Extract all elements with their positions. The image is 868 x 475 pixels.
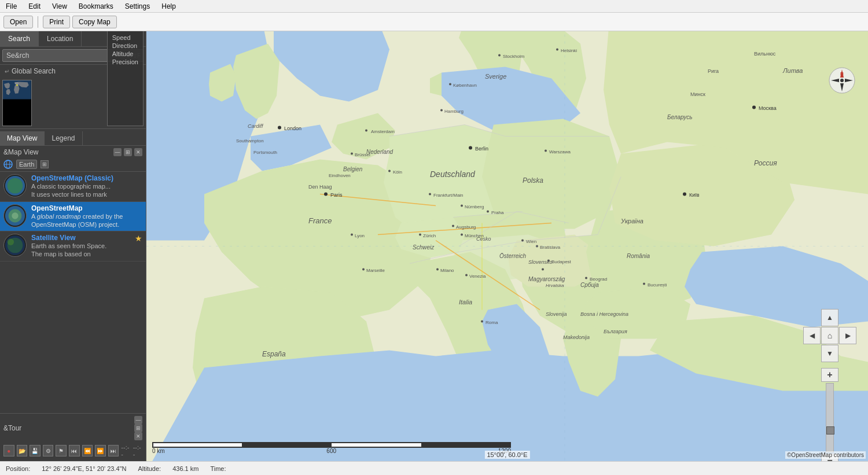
compass-svg: N bbox=[827, 66, 856, 95]
scale-label-0: 0 km bbox=[152, 448, 165, 454]
layer-thumb-classic bbox=[3, 174, 27, 197]
scale-line bbox=[152, 436, 511, 448]
scale-label-600: 600 bbox=[326, 448, 336, 454]
search-input[interactable] bbox=[3, 50, 124, 61]
tour-prev-btn[interactable]: ⏪ bbox=[82, 445, 93, 456]
layer-item-satellite[interactable]: Satellite View Earth as seen from Space.… bbox=[0, 231, 146, 262]
compass[interactable]: N bbox=[827, 66, 856, 95]
svg-point-59 bbox=[449, 83, 451, 86]
tour-forward-btn[interactable]: ⏭ bbox=[108, 445, 119, 456]
pan-right-btn[interactable]: ▶ bbox=[839, 327, 856, 344]
tab-search[interactable]: Search bbox=[0, 31, 39, 46]
pan-left-btn[interactable]: ◀ bbox=[803, 327, 821, 344]
zoom-plus-btn[interactable]: + bbox=[821, 368, 838, 382]
tour-settings-btn[interactable]: ⚙ bbox=[43, 445, 54, 456]
layer-item-classic[interactable]: OpenStreetMap (Classic) A classic topogr… bbox=[0, 172, 146, 202]
earth-selector: Earth ⊞ bbox=[0, 159, 146, 171]
tour-save-btn[interactable]: 💾 bbox=[30, 445, 41, 456]
map-area[interactable]: London Paris Berlin Hamburg Amsterdam Br… bbox=[146, 31, 868, 461]
svg-text:Україна: Україна bbox=[620, 218, 643, 224]
tour-minimize-icon[interactable]: — bbox=[134, 416, 142, 424]
precision-row[interactable]: Precision bbox=[112, 58, 138, 66]
svg-text:Paris: Paris bbox=[330, 192, 343, 198]
speed-panel: Speed Direction Altitude Precision bbox=[107, 31, 144, 126]
tour-rewind-btn[interactable]: ⏮ bbox=[69, 445, 80, 456]
svg-text:Москва: Москва bbox=[759, 105, 777, 111]
mini-map-section: Speed Direction Altitude Precision bbox=[0, 78, 146, 129]
speed-row[interactable]: Speed bbox=[112, 34, 138, 42]
pan-up-btn[interactable]: ▲ bbox=[821, 309, 838, 326]
copy-map-button[interactable]: Copy Map bbox=[72, 16, 117, 28]
menu-bookmarks[interactable]: Bookmarks bbox=[75, 1, 117, 12]
svg-text:Makedonija: Makedonija bbox=[563, 334, 590, 340]
earth-grid-icon[interactable]: ⊞ bbox=[41, 160, 49, 168]
zoom-track[interactable] bbox=[826, 383, 834, 452]
zoom-thumb[interactable] bbox=[826, 426, 834, 435]
open-button[interactable]: Open bbox=[3, 16, 33, 28]
svg-text:Belgien: Belgien bbox=[343, 166, 363, 172]
pan-down-btn[interactable]: ▼ bbox=[821, 345, 838, 362]
direction-row[interactable]: Direction bbox=[112, 42, 138, 50]
menu-settings[interactable]: Settings bbox=[122, 1, 153, 12]
svg-point-63 bbox=[556, 49, 558, 51]
mini-map[interactable] bbox=[2, 80, 32, 126]
svg-point-36 bbox=[521, 240, 524, 242]
svg-text:Deutschland: Deutschland bbox=[430, 170, 476, 179]
svg-point-6 bbox=[8, 178, 23, 194]
position-value: 12° 26' 29.4"E, 51° 20' 23.4"N bbox=[42, 465, 126, 472]
altitude-row[interactable]: Altitude bbox=[112, 50, 138, 58]
tab-map-view[interactable]: Map View bbox=[0, 131, 45, 145]
menu-view[interactable]: View bbox=[49, 1, 71, 12]
earth-dropdown[interactable]: Earth bbox=[16, 160, 37, 169]
svg-point-9 bbox=[12, 212, 18, 219]
svg-text:N: N bbox=[840, 71, 844, 76]
svg-text:Southampton: Southampton bbox=[236, 138, 264, 143]
layer-desc-classic: A classic topographic map... bbox=[31, 182, 142, 190]
layer-name-osm: OpenStreetMap bbox=[31, 204, 142, 212]
menu-file[interactable]: File bbox=[2, 1, 20, 12]
tab-legend[interactable]: Legend bbox=[45, 131, 82, 145]
svg-point-42 bbox=[545, 150, 547, 152]
map-view-grid-icon[interactable]: ⊞ bbox=[124, 148, 132, 156]
home-btn[interactable]: ⌂ bbox=[821, 327, 838, 344]
layer-desc-satellite: Earth as seen from Space. bbox=[31, 242, 130, 250]
svg-text:Zürich: Zürich bbox=[423, 233, 436, 238]
tour-record-btn[interactable]: ● bbox=[3, 445, 14, 456]
svg-text:Venezia: Venezia bbox=[469, 274, 486, 279]
layer-info-classic: OpenStreetMap (Classic) A classic topogr… bbox=[31, 174, 142, 199]
map-view-controls: — ⊞ ✕ bbox=[113, 148, 142, 156]
svg-text:București: București bbox=[648, 282, 667, 288]
layer-item-osm[interactable]: OpenStreetMap A global roadmap created b… bbox=[0, 202, 146, 232]
svg-text:Lyon: Lyon bbox=[355, 233, 365, 238]
svg-text:България: България bbox=[604, 329, 627, 334]
svg-point-26 bbox=[365, 130, 367, 132]
svg-text:Беларусь: Беларусь bbox=[667, 114, 692, 120]
svg-point-61 bbox=[498, 54, 501, 57]
tour-next-btn[interactable]: ⏩ bbox=[95, 445, 106, 456]
svg-text:Köln: Köln bbox=[393, 170, 402, 175]
menu-edit[interactable]: Edit bbox=[25, 1, 44, 12]
tab-location[interactable]: Location bbox=[39, 31, 82, 46]
tour-close-icon[interactable]: ✕ bbox=[134, 432, 142, 440]
position-label: Position: bbox=[6, 465, 30, 472]
svg-text:Hrvatska: Hrvatska bbox=[546, 283, 564, 288]
svg-text:Wien: Wien bbox=[526, 239, 536, 244]
map-view-close-icon[interactable]: ✕ bbox=[134, 148, 142, 156]
main-layout: Search Location ⌘⇧F ↵ Global Search bbox=[0, 31, 868, 461]
layer-thumb-satellite bbox=[3, 234, 27, 257]
map-view-minimize-icon[interactable]: — bbox=[113, 148, 122, 156]
svg-text:Stockholm: Stockholm bbox=[503, 54, 525, 59]
tour-open-btn[interactable]: 📂 bbox=[17, 445, 28, 456]
svg-point-24 bbox=[440, 109, 443, 112]
tour-grid-icon[interactable]: ⊞ bbox=[134, 424, 142, 432]
tour-add-flag-btn[interactable]: ⚑ bbox=[56, 445, 67, 456]
svg-text:France: France bbox=[308, 216, 332, 225]
print-button[interactable]: Print bbox=[43, 16, 70, 28]
svg-point-20 bbox=[324, 193, 328, 196]
svg-text:London: London bbox=[284, 126, 301, 131]
svg-point-18 bbox=[278, 126, 281, 130]
svg-point-75 bbox=[452, 225, 454, 227]
menu-help[interactable]: Help bbox=[158, 1, 179, 12]
global-search-arrow-icon: ↵ bbox=[5, 68, 9, 75]
layer-name-classic: OpenStreetMap (Classic) bbox=[31, 174, 142, 182]
